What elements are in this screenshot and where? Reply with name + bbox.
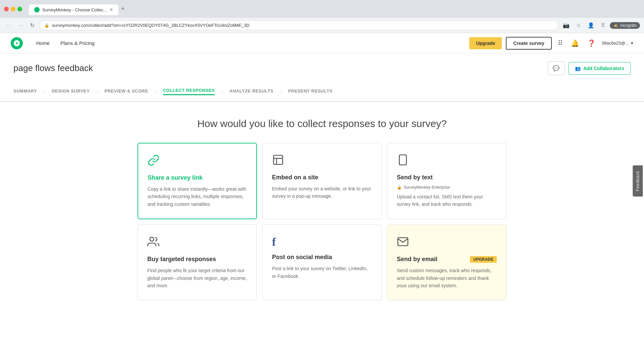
share-link-desc: Copy a link to share instantly—works gre…: [148, 185, 247, 208]
home-nav-link[interactable]: Home: [36, 40, 50, 46]
step-preview-score-label: PREVIEW & SCORE: [104, 88, 148, 95]
send-email-desc: Send custom messages, track who responds…: [397, 267, 497, 289]
step-analyze-results[interactable]: ANALYZE RESULTS →: [229, 82, 288, 101]
notifications-bell-icon[interactable]: 🔔: [569, 37, 581, 49]
cast-icon[interactable]: 📷: [561, 21, 572, 30]
upgrade-pill[interactable]: UPGRADE: [470, 256, 497, 263]
buy-responses-desc: Find people who fit your target criteria…: [147, 267, 247, 289]
step-preview-score[interactable]: PREVIEW & SCORE →: [104, 82, 163, 101]
social-media-title: Post on social media: [272, 254, 372, 261]
browser-toolbar: ← → ↻ 🔒 surveymonkey.com/collect/add?sm=…: [0, 18, 644, 33]
lock-icon: 🔒: [44, 23, 49, 28]
back-button[interactable]: ←: [4, 21, 13, 30]
incognito-label: Incognito: [620, 23, 637, 28]
help-icon[interactable]: ❓: [585, 37, 598, 49]
step-arrow-3: →: [220, 89, 224, 94]
step-design-survey-label: DESIGN SURVEY: [52, 88, 90, 95]
step-analyze-results-label: ANALYZE RESULTS: [229, 88, 273, 95]
add-collaborators-button[interactable]: 👥 Add Collaborators: [569, 62, 631, 75]
reload-button[interactable]: ↻: [28, 21, 37, 30]
lock-icon: 🔒: [397, 185, 402, 190]
svg-rect-0: [274, 156, 283, 165]
card-send-text[interactable]: Send by text 🔒 SurveyMonkey Enterprise U…: [387, 143, 506, 219]
browser-titlebar: SurveyMonkey - Choose Collec... ✕ +: [0, 0, 644, 18]
new-tab-button[interactable]: +: [118, 3, 127, 15]
send-email-title-row: Send by email UPGRADE: [397, 256, 497, 263]
steps-nav: SUMMARY → DESIGN SURVEY → PREVIEW & SCOR…: [0, 82, 644, 102]
address-bar[interactable]: 🔒 surveymonkey.com/collect/add?sm=rsYO2R…: [39, 20, 558, 30]
step-arrow-1: →: [95, 89, 99, 94]
tab-close-button[interactable]: ✕: [110, 7, 113, 12]
card-embed-site[interactable]: Embed on a site Embed your survey on a w…: [262, 143, 382, 219]
step-design-survey[interactable]: DESIGN SURVEY →: [52, 82, 104, 101]
step-arrow-4: →: [279, 89, 283, 94]
card-social-media[interactable]: f Post on social media Post a link to yo…: [262, 225, 382, 300]
logo-icon: [11, 37, 23, 49]
upgrade-button[interactable]: Upgrade: [469, 37, 502, 49]
social-media-desc: Post a link to your survey on Twitter, L…: [272, 265, 372, 280]
apps-grid-icon[interactable]: ⠿: [556, 37, 565, 49]
cards-grid: Share a survey link Copy a link to share…: [138, 143, 506, 300]
feedback-tab[interactable]: Feedback: [633, 166, 643, 197]
send-text-icon: [397, 154, 497, 169]
logo[interactable]: [11, 37, 23, 49]
enterprise-label: SurveyMonkey Enterprise: [404, 185, 450, 190]
top-nav: Home Plans & Pricing Upgrade Create surv…: [0, 33, 644, 53]
buy-responses-icon: [147, 236, 247, 250]
collaborators-icon: 👥: [575, 66, 581, 71]
active-browser-tab[interactable]: SurveyMonkey - Choose Collec... ✕: [29, 4, 118, 15]
minimize-window-button[interactable]: [11, 7, 15, 11]
step-arrow-2: →: [154, 89, 158, 94]
card-buy-responses[interactable]: Buy targeted responses Find people who f…: [138, 225, 257, 300]
collaborators-label: Add Collaborators: [583, 66, 624, 71]
extensions-icon[interactable]: ⠿: [599, 21, 607, 30]
comment-button[interactable]: 💬: [548, 61, 565, 75]
svg-point-5: [150, 237, 154, 241]
forward-button[interactable]: →: [16, 21, 25, 30]
enterprise-badge: 🔒 SurveyMonkey Enterprise: [397, 185, 497, 190]
step-collect-responses[interactable]: COLLECT RESPONSES →: [163, 82, 229, 101]
toolbar-actions: 📷 ☆ 👤 ⠿ 🕵 Incognito: [561, 21, 640, 30]
logo-svg: [13, 40, 20, 47]
send-text-desc: Upload a contact list, SMS text them you…: [397, 193, 497, 208]
step-summary[interactable]: SUMMARY →: [13, 82, 52, 101]
main-content: How would you like to collect responses …: [0, 102, 644, 316]
url-text: surveymonkey.com/collect/add?sm=rsYO2R2V…: [52, 23, 553, 28]
tab-favicon: [34, 7, 40, 12]
step-present-results[interactable]: PRESENT RESULTS: [288, 82, 332, 101]
nav-links: Home Plans & Pricing: [36, 40, 95, 46]
send-text-title: Send by text: [397, 174, 433, 181]
incognito-badge: 🕵 Incognito: [610, 22, 640, 29]
incognito-icon: 🕵: [613, 23, 618, 28]
card-share-link[interactable]: Share a survey link Copy a link to share…: [138, 143, 257, 219]
embed-site-icon: [272, 154, 372, 169]
comment-icon: 💬: [553, 65, 559, 71]
user-label: 39ac6e23@...: [602, 41, 629, 46]
maximize-window-button[interactable]: [17, 7, 22, 11]
profile-icon[interactable]: 👤: [586, 21, 596, 30]
card-send-email[interactable]: Send by email UPGRADE Send custom messag…: [387, 225, 506, 300]
close-window-button[interactable]: [4, 7, 9, 11]
buy-responses-title: Buy targeted responses: [147, 256, 247, 263]
create-survey-button[interactable]: Create survey: [506, 37, 552, 50]
header-actions: 💬 👥 Add Collaborators: [548, 61, 631, 75]
user-menu-button[interactable]: 39ac6e23@... ▾: [602, 41, 633, 46]
tab-title: SurveyMonkey - Choose Collec...: [42, 7, 107, 12]
nav-actions: Upgrade Create survey ⠿ 🔔 ❓ 39ac6e23@...…: [469, 37, 633, 50]
app: Home Plans & Pricing Upgrade Create surv…: [0, 33, 644, 358]
share-link-title: Share a survey link: [148, 174, 247, 181]
embed-site-title: Embed on a site: [272, 174, 372, 181]
step-summary-label: SUMMARY: [13, 88, 37, 95]
social-media-icon: f: [272, 236, 372, 248]
main-heading: How would you like to collect responses …: [13, 118, 631, 129]
step-collect-responses-label: COLLECT RESPONSES: [163, 88, 215, 95]
page-header: page flows feedback 💬 👥 Add Collaborator…: [0, 53, 644, 82]
plans-pricing-nav-link[interactable]: Plans & Pricing: [60, 40, 95, 46]
step-present-results-label: PRESENT RESULTS: [288, 88, 332, 95]
send-email-icon: [397, 236, 497, 250]
send-email-title: Send by email: [397, 256, 437, 263]
window-controls: [4, 7, 22, 11]
share-link-icon: [148, 154, 247, 169]
bookmark-icon[interactable]: ☆: [574, 21, 583, 30]
browser-chrome: SurveyMonkey - Choose Collec... ✕ + ← → …: [0, 0, 644, 33]
